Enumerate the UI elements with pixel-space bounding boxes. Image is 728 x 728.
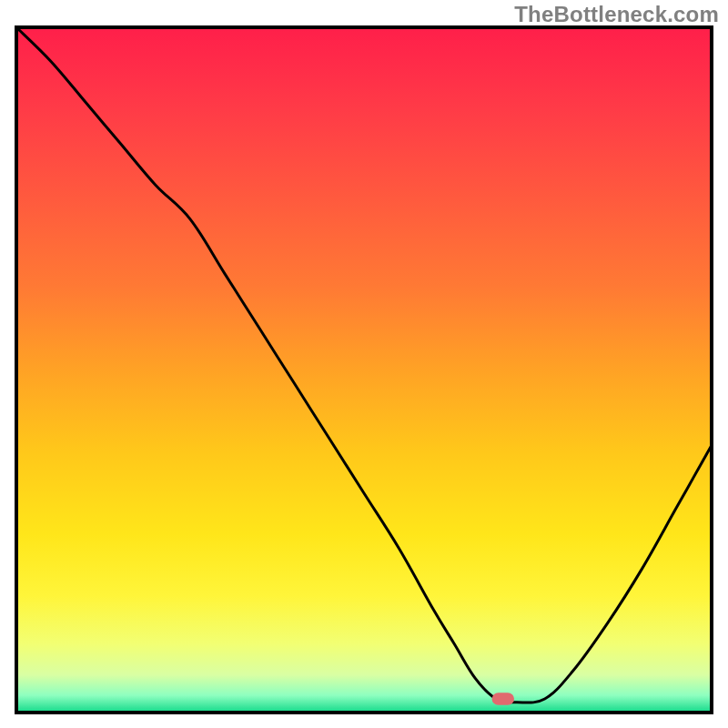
optimum-marker [492, 693, 514, 705]
watermark-text: TheBottleneck.com [514, 2, 719, 27]
bottleneck-chart [0, 0, 728, 728]
gradient-background [16, 27, 712, 713]
chart-canvas: TheBottleneck.com [0, 0, 728, 728]
